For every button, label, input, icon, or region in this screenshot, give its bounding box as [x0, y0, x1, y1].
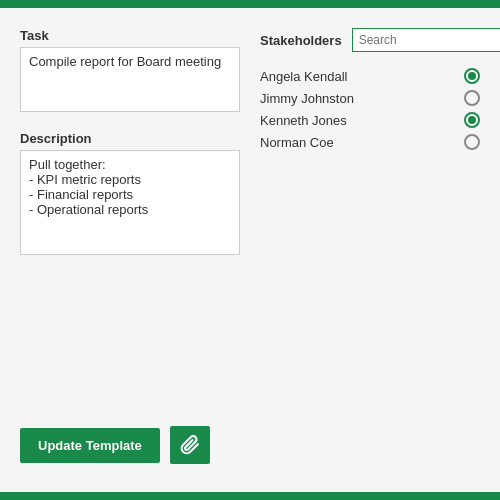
stakeholders-search[interactable]	[352, 28, 500, 52]
description-section: Description	[20, 131, 240, 255]
stakeholder-name: Kenneth Jones	[260, 113, 347, 128]
left-panel: Task Description	[20, 28, 240, 406]
stakeholder-name: Angela Kendall	[260, 69, 347, 84]
stakeholder-item: Kenneth Jones	[260, 112, 480, 128]
stakeholder-item: Angela Kendall	[260, 68, 480, 84]
task-input[interactable]	[20, 47, 240, 112]
stakeholder-list: Angela Kendall Jimmy Johnston Kenneth Jo…	[260, 68, 480, 150]
stakeholder-item: Jimmy Johnston	[260, 90, 480, 106]
paperclip-icon	[180, 435, 200, 455]
footer-buttons: Update Template	[20, 426, 480, 472]
stakeholder-radio[interactable]	[464, 90, 480, 106]
right-panel: Stakeholders Angela Kendall Jimmy Johnst…	[260, 28, 480, 406]
stakeholder-radio[interactable]	[464, 134, 480, 150]
main-content: Task Description Stakeholders Angela Ken…	[0, 8, 500, 492]
attach-button[interactable]	[170, 426, 210, 464]
task-section: Task	[20, 28, 240, 115]
main-area: Task Description Stakeholders Angela Ken…	[20, 28, 480, 406]
stakeholders-header: Stakeholders	[260, 28, 480, 52]
top-bar	[0, 0, 500, 8]
stakeholders-label: Stakeholders	[260, 33, 342, 48]
stakeholder-item: Norman Coe	[260, 134, 480, 150]
description-input[interactable]	[20, 150, 240, 255]
stakeholder-name: Jimmy Johnston	[260, 91, 354, 106]
bottom-bar	[0, 492, 500, 500]
stakeholder-radio[interactable]	[464, 112, 480, 128]
task-label: Task	[20, 28, 240, 43]
update-template-button[interactable]: Update Template	[20, 428, 160, 463]
stakeholder-name: Norman Coe	[260, 135, 334, 150]
description-label: Description	[20, 131, 240, 146]
stakeholder-radio[interactable]	[464, 68, 480, 84]
